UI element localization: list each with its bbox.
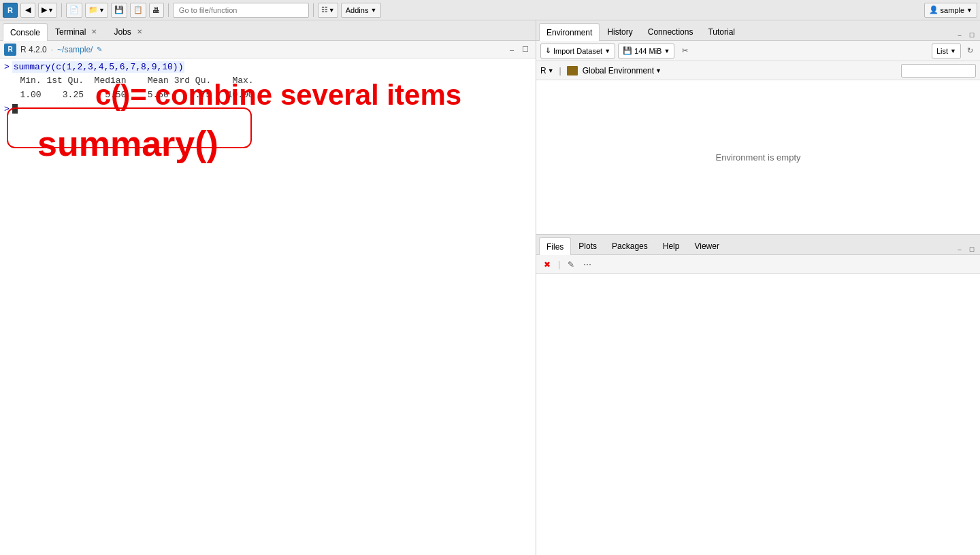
tab-tutorial[interactable]: Tutorial xyxy=(700,22,742,40)
list-label: List xyxy=(936,47,948,55)
tab-plots-label: Plots xyxy=(578,241,597,251)
new-file-btn[interactable]: 📄 xyxy=(66,3,82,18)
goto-input[interactable] xyxy=(173,3,309,18)
console-path-link[interactable]: ~/sample/ xyxy=(57,45,93,54)
files-rename-btn[interactable]: ✎ xyxy=(564,258,578,271)
console-command-line: > summary(c(1,2,3,4,5,6,7,8,9,10)) xyxy=(4,61,532,73)
tab-history[interactable]: History xyxy=(600,22,640,40)
files-toolbar: ✖ | ✎ ⋯ xyxy=(536,255,980,274)
right-bottom-tabs: Files Plots Packages Help Viewer – ☐ xyxy=(536,235,980,255)
tab-environment[interactable]: Environment xyxy=(539,23,600,41)
r-scope-chevron: ▼ xyxy=(548,67,554,74)
global-env-chevron: ▼ xyxy=(655,67,662,74)
open-file-btn[interactable]: 📁▼ xyxy=(85,3,108,18)
clear-env-btn[interactable]: ✂ xyxy=(679,45,691,57)
main-layout: Console Terminal ✕ Jobs ✕ R R 4.2.0 · ~/… xyxy=(0,20,980,555)
files-delete-btn[interactable]: ✖ xyxy=(540,258,554,271)
tab-files-label: Files xyxy=(546,242,564,252)
tab-help-label: Help xyxy=(663,241,680,251)
tab-connections[interactable]: Connections xyxy=(640,22,701,40)
user-chevron: ▼ xyxy=(966,7,973,14)
user-icon: 👤 xyxy=(929,5,938,14)
global-env-label[interactable]: Global Environment ▼ xyxy=(583,66,662,75)
memory-btn[interactable]: 💾 144 MiB ▼ xyxy=(618,44,674,58)
addins-label: Addins xyxy=(346,6,369,14)
console-output-headers: Min. 1st Qu. Median Mean 3rd Qu. Max. xyxy=(4,74,532,88)
sep1 xyxy=(61,3,62,17)
minimize-left-btn[interactable]: – xyxy=(506,44,518,56)
left-panel: Console Terminal ✕ Jobs ✕ R R 4.2.0 · ~/… xyxy=(0,20,536,555)
env-empty-message: Environment is empty xyxy=(536,80,980,234)
console-next-prompt: > xyxy=(4,104,532,114)
tab-help[interactable]: Help xyxy=(655,237,687,254)
user-btn[interactable]: 👤 sample ▼ xyxy=(924,3,977,18)
path-edit-icon[interactable]: ✎ xyxy=(97,46,102,53)
prompt-symbol: > xyxy=(4,62,10,72)
tab-plots[interactable]: Plots xyxy=(571,237,604,254)
tab-console-label: Console xyxy=(10,28,40,37)
env-search-input[interactable] xyxy=(901,64,976,78)
memory-icon: 💾 xyxy=(623,46,632,55)
right-bottom-action-icons: – ☐ xyxy=(954,245,977,254)
r-version-label: R 4.2.0 xyxy=(20,45,47,54)
right-bottom-panel: Files Plots Packages Help Viewer – ☐ xyxy=(536,235,980,555)
r-logo-btn[interactable]: R xyxy=(3,3,18,18)
tab-packages[interactable]: Packages xyxy=(604,237,655,254)
save-all-btn[interactable]: 📋 xyxy=(130,3,146,18)
back-btn[interactable]: ◀ xyxy=(20,3,35,18)
tab-tutorial-label: Tutorial xyxy=(708,27,735,37)
path-separator: · xyxy=(51,45,53,54)
tab-terminal[interactable]: Terminal ✕ xyxy=(48,22,106,40)
right-panel: Environment History Connections Tutorial… xyxy=(536,20,980,555)
r-version-icon: R xyxy=(4,44,16,56)
user-label: sample xyxy=(941,6,964,14)
global-env-icon xyxy=(567,66,578,75)
grid-btn[interactable]: ☷▼ xyxy=(318,3,338,18)
env-empty-text: Environment is empty xyxy=(716,152,801,163)
prompt-symbol-2: > xyxy=(4,104,10,114)
console-content[interactable]: > summary(c(1,2,3,4,5,6,7,8,9,10)) Min. … xyxy=(0,58,536,555)
console-output-values: 1.00 3.25 5.50 5.50 7.75 10.00 xyxy=(4,88,532,103)
tab-jobs-close[interactable]: ✕ xyxy=(135,27,144,37)
print-btn[interactable]: 🖶 xyxy=(149,3,164,18)
r-scope-text: R xyxy=(540,66,546,75)
minimize-right-top-btn[interactable]: – xyxy=(954,31,965,40)
top-toolbar: R ◀ ▶▼ 📄 📁▼ 💾 📋 🖶 ☷▼ Addins ▼ 👤 sample ▼ xyxy=(0,0,980,20)
maximize-left-btn[interactable]: ☐ xyxy=(519,44,532,56)
forward-btn[interactable]: ▶▼ xyxy=(38,3,57,18)
addins-btn[interactable]: Addins ▼ xyxy=(341,3,382,18)
right-top-tabs: Environment History Connections Tutorial… xyxy=(536,20,980,41)
minimize-right-bottom-btn[interactable]: – xyxy=(954,245,965,254)
tab-console[interactable]: Console xyxy=(3,23,48,41)
maximize-right-top-btn[interactable]: ☐ xyxy=(966,31,977,40)
import-dataset-btn[interactable]: ⇓ Import Dataset ▼ xyxy=(540,44,615,58)
files-more-btn[interactable]: ⋯ xyxy=(581,258,594,271)
tab-environment-label: Environment xyxy=(546,28,592,37)
annotation-overlay: c()= combine several items summary() xyxy=(0,58,536,555)
memory-label: 144 MiB xyxy=(634,47,662,55)
console-command-text: summary(c(1,2,3,4,5,6,7,8,9,10)) xyxy=(12,61,185,73)
addins-chevron: ▼ xyxy=(370,7,376,14)
console-action-icons: – ☐ xyxy=(506,44,532,56)
import-icon: ⇓ xyxy=(545,46,551,55)
left-panel-tabs: Console Terminal ✕ Jobs ✕ xyxy=(0,20,536,41)
r-scope-label[interactable]: R ▼ xyxy=(540,66,554,75)
sep3 xyxy=(313,3,314,17)
tab-history-label: History xyxy=(607,27,632,37)
tab-terminal-label: Terminal xyxy=(55,27,86,37)
env-toolbar: ⇓ Import Dataset ▼ 💾 144 MiB ▼ ✂ List ▼ … xyxy=(536,41,980,61)
tab-jobs-label: Jobs xyxy=(114,27,131,37)
save-btn[interactable]: 💾 xyxy=(111,3,127,18)
maximize-right-bottom-btn[interactable]: ☐ xyxy=(966,245,977,254)
tab-terminal-close[interactable]: ✕ xyxy=(89,27,99,37)
tab-viewer[interactable]: Viewer xyxy=(687,237,726,254)
list-btn[interactable]: List ▼ xyxy=(932,44,961,58)
tab-jobs[interactable]: Jobs ✕ xyxy=(106,22,151,40)
memory-chevron: ▼ xyxy=(664,48,670,54)
refresh-env-btn[interactable]: ↻ xyxy=(964,45,976,57)
global-env-text: Global Environment xyxy=(583,66,654,75)
right-top-action-icons: – ☐ xyxy=(954,31,977,40)
right-top-panel: Environment History Connections Tutorial… xyxy=(536,20,980,235)
tab-files[interactable]: Files xyxy=(539,237,571,255)
cursor xyxy=(12,104,18,114)
